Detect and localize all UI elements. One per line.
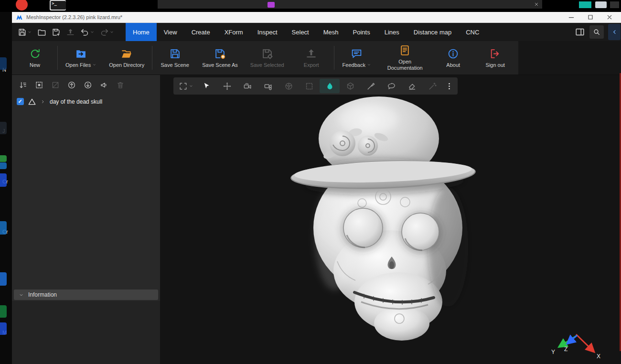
ribbon-save-scene-as-button[interactable]: Save Scene As [196, 41, 244, 75]
upload-icon [66, 28, 75, 37]
tab-mesh[interactable]: Mesh [316, 23, 346, 41]
menu-tabs: HomeViewCreateXFormInspectSelectMeshPoin… [126, 23, 486, 41]
info-icon [447, 48, 459, 60]
cam-gear-icon [264, 82, 273, 91]
search-button[interactable] [589, 25, 604, 39]
tab-inspect[interactable]: Inspect [250, 23, 285, 41]
mesh-object-icon [28, 97, 36, 106]
book-icon [399, 44, 411, 56]
chev-d-icon [92, 63, 96, 67]
ribbon-label: Save Scene [161, 62, 189, 68]
deselect-all-button [49, 79, 62, 92]
collapse-ribbon-button[interactable] [608, 24, 621, 40]
tab-points[interactable]: Points [346, 23, 377, 41]
ribbon-items: NewOpen FilesOpen DirectorySave SceneSav… [12, 41, 518, 75]
move-object-button[interactable] [217, 79, 237, 93]
ribbon-about-button[interactable]: About [432, 41, 474, 75]
ribbon-label: About [446, 62, 460, 68]
ribbon-label: Open Documentation [384, 59, 426, 71]
scene-tree-toolbar [12, 75, 160, 95]
camera-options-button[interactable] [258, 79, 278, 93]
chevron-left-icon [610, 28, 618, 36]
open-file-button[interactable] [36, 26, 47, 38]
chev-d-icon [90, 30, 95, 34]
desktop-icon-fragment [0, 162, 7, 169]
close-icon [534, 1, 539, 7]
desktop-icon-fragment [0, 155, 7, 162]
browser-extension-icon [268, 2, 275, 8]
background-window-fragment-grey [595, 1, 607, 8]
folder-open-icon [121, 48, 133, 60]
skull-model[interactable] [280, 89, 485, 347]
undo-button[interactable] [79, 26, 96, 38]
floppy-icon [18, 28, 27, 37]
chevron-right-icon[interactable] [40, 99, 46, 105]
axis-y-label: Y [551, 349, 555, 355]
slash-box-icon [51, 81, 60, 89]
ribbon-label: Open Directory [109, 62, 144, 68]
tab-distance-map[interactable]: Distance map [407, 23, 459, 41]
duplicate-button[interactable] [97, 79, 110, 92]
move-up-button[interactable] [65, 79, 78, 92]
move-icon [223, 82, 232, 91]
desktop-icon-fragment [0, 322, 7, 335]
ribbon-new-button[interactable]: New [14, 41, 56, 75]
tab-select[interactable]: Select [285, 23, 316, 41]
tab-view[interactable]: View [157, 23, 184, 41]
redo-button [99, 26, 115, 38]
select-all-button[interactable] [32, 79, 45, 92]
save-file-menu-button[interactable] [17, 26, 33, 38]
maximize-button[interactable] [587, 13, 594, 21]
delete-button [114, 79, 127, 92]
information-label: Information [28, 291, 57, 298]
information-header[interactable]: Information [14, 289, 158, 300]
save-as-button[interactable] [51, 26, 62, 38]
desktop-icon-fragment [0, 122, 7, 134]
scene-tree-item[interactable]: day of the dead skull [12, 95, 160, 108]
chev-d-icon [189, 84, 193, 88]
viewport-3d[interactable]: Y Z X [161, 75, 621, 364]
axes-gizmo[interactable]: Y Z X [541, 328, 612, 361]
ribbon-label: Sign out [486, 62, 505, 68]
tab-xform[interactable]: XForm [217, 23, 250, 41]
ribbon-label: Feedback [343, 62, 365, 68]
cam-rotate-icon [243, 82, 252, 91]
select-cursor-button[interactable] [196, 79, 216, 93]
content-row: day of the dead skull Information [12, 75, 621, 364]
sort-icon [19, 81, 27, 89]
ribbon-separator [57, 46, 58, 70]
desktop-icon-fragment [0, 173, 7, 187]
tab-cnc[interactable]: CNC [459, 23, 486, 41]
desktop-icon-fragment [0, 57, 7, 70]
move-down-button[interactable] [81, 79, 94, 92]
dock-panel-icon[interactable] [575, 27, 585, 37]
visibility-checkbox[interactable] [17, 98, 24, 105]
ribbon-feedback-button[interactable]: Feedback [336, 41, 378, 75]
ribbon-label: Open Files [65, 62, 91, 68]
window-title: MeshInspector (2.2.3.26) pink lizard.mru… [26, 14, 122, 20]
chev-d-icon [109, 30, 114, 34]
ribbon-separator [152, 46, 152, 70]
rotate-camera-button[interactable] [237, 79, 257, 93]
ribbon-open-directory-button[interactable]: Open Directory [103, 41, 150, 75]
ribbon: NewOpen FilesOpen DirectorySave SceneSav… [12, 41, 621, 75]
redo-icon [100, 28, 109, 37]
desktop-left-edge: N J Cr Cr M [0, 12, 12, 364]
minimize-button[interactable] [567, 13, 575, 21]
sort-by-name-button[interactable] [16, 79, 29, 92]
ribbon-save-scene-button[interactable]: Save Scene [154, 41, 196, 75]
tab-lines[interactable]: Lines [377, 23, 407, 41]
tab-home[interactable]: Home [126, 23, 157, 41]
down-circle-icon [84, 81, 92, 89]
close-button[interactable] [606, 13, 613, 21]
desktop-icon-fragment [0, 221, 7, 235]
desktop-top-strip: >_ [0, 0, 621, 12]
ribbon-label: Save Selected [250, 62, 284, 68]
folder-arrow-icon [75, 48, 87, 60]
undo-icon [80, 28, 89, 37]
fit-view-button[interactable] [176, 79, 196, 93]
tab-create[interactable]: Create [184, 23, 217, 41]
ribbon-sign-out-button[interactable]: Sign out [474, 41, 516, 75]
ribbon-open-documentation-button[interactable]: Open Documentation [378, 41, 432, 75]
ribbon-open-files-button[interactable]: Open Files [59, 41, 103, 75]
